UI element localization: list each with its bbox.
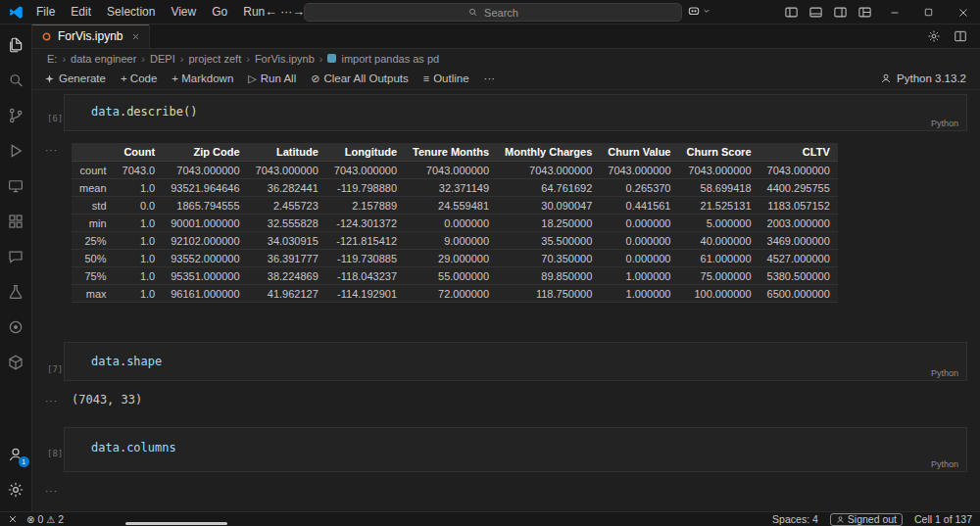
add-code-button[interactable]: + Code (121, 72, 157, 84)
table-cell: 3469.000000 (760, 232, 838, 250)
breadcrumb-drive[interactable]: E: (47, 53, 57, 65)
close-window-button[interactable] (946, 0, 980, 24)
table-cell: 36.391777 (248, 250, 326, 267)
search-input[interactable]: Search (304, 3, 682, 22)
table-cell: 24.559481 (405, 197, 497, 215)
menu-edit[interactable]: Edit (63, 3, 99, 21)
search-sidebar-icon[interactable] (0, 63, 32, 98)
tab-label: ForVis.ipynb (58, 29, 122, 43)
table-cell: 0.265370 (600, 179, 678, 197)
table-cell: 0.000000 (600, 215, 678, 232)
table-cell: 93552.000000 (163, 250, 247, 267)
code-line[interactable]: data.shape (65, 343, 966, 368)
code-cell-columns[interactable]: data.columns Python [8] (64, 427, 967, 472)
copilot-button[interactable] (687, 4, 710, 18)
signed-out-badge[interactable]: Signed out (830, 513, 903, 526)
table-cell: 7043.000000 (405, 162, 497, 179)
table-cell: 6500.000000 (760, 285, 838, 303)
table-cell: 96161.000000 (163, 285, 247, 303)
containers-icon[interactable] (0, 345, 32, 380)
accounts-icon[interactable]: 1 (0, 437, 32, 472)
toggle-panel-icon[interactable] (804, 0, 828, 24)
cell-language-label: Python (931, 459, 958, 469)
execution-count: [6] (47, 114, 63, 123)
outline-button[interactable]: ≡ Outline (423, 72, 469, 84)
table-cell: 7043.000000 (760, 162, 838, 179)
clear-outputs-icon: ⊘ (311, 72, 319, 85)
remote-indicator-icon[interactable] (8, 514, 18, 524)
jupyter-icon[interactable] (0, 310, 32, 345)
table-cell: 1.0 (115, 215, 164, 232)
table-cell: -119.730885 (326, 250, 405, 267)
extensions-icon[interactable] (0, 204, 32, 239)
generate-button[interactable]: Generate (44, 72, 106, 84)
notebook-toolbar: Generate + Code + Markdown ▷ Run All ⊘ C… (32, 68, 980, 90)
toolbar-more-icon[interactable]: ··· (484, 72, 496, 84)
table-cell: 0.000000 (600, 250, 678, 267)
row-label: min (72, 215, 115, 232)
split-editor-icon[interactable] (954, 29, 967, 43)
code-line[interactable]: data.describe() (65, 95, 966, 119)
table-cell: 1.000000 (600, 267, 678, 285)
table-cell: 7043.0 (115, 162, 164, 179)
menu-view[interactable]: View (163, 3, 204, 21)
output-options-icon[interactable]: ··· (45, 396, 58, 406)
menu-file[interactable]: File (28, 3, 63, 21)
table-cell: 32.555828 (248, 215, 326, 232)
source-control-icon[interactable] (0, 98, 32, 133)
menu-selection[interactable]: Selection (99, 3, 163, 21)
clear-all-outputs-button[interactable]: ⊘ Clear All Outputs (311, 72, 409, 85)
toggle-sidebar-icon[interactable] (779, 0, 804, 24)
tab-forvis-ipynb[interactable]: ForVis.ipynb (32, 24, 150, 48)
menu-go[interactable]: Go (204, 3, 235, 21)
table-cell: 75.000000 (679, 267, 760, 285)
table-cell: 7043.000000 (163, 162, 247, 179)
spaces-indicator[interactable]: Spaces: 4 (772, 513, 818, 525)
notebook-settings-gear-icon[interactable] (927, 29, 941, 43)
outline-label: Outline (433, 72, 468, 84)
output-options-icon[interactable]: ··· (45, 145, 58, 156)
table-cell: 1.0 (115, 267, 164, 285)
settings-gear-icon[interactable] (0, 472, 32, 507)
breadcrumb-cell-symbol[interactable]: import pandas as pd (341, 53, 439, 65)
code-line[interactable]: data.columns (65, 428, 966, 454)
tab-close-icon[interactable] (131, 32, 140, 41)
explorer-icon[interactable] (0, 27, 32, 63)
breadcrumb-folder-depi[interactable]: DEPI (150, 53, 175, 65)
chat-icon[interactable] (0, 239, 32, 274)
vscode-logo-icon (9, 5, 24, 20)
title-bar: File Edit Selection View Go Run ··· ← → … (0, 0, 980, 24)
breadcrumb-folder-project-zeft[interactable]: project zeft (188, 53, 241, 65)
maximize-button[interactable] (911, 0, 946, 24)
table-cell: 70.350000 (497, 250, 600, 267)
columns-output: Index(['CustomerID', 'Count', 'Country',… (72, 483, 574, 511)
add-markdown-button[interactable]: + Markdown (172, 72, 233, 84)
run-debug-icon[interactable] (0, 133, 32, 168)
code-cell-describe[interactable]: data.describe() Python [6] (64, 94, 967, 131)
table-cell: -119.798880 (326, 179, 405, 197)
cell-position-indicator[interactable]: Cell 1 of 137 (914, 513, 972, 525)
kernel-picker-button[interactable]: Python 3.13.2 (880, 72, 980, 84)
output-options-icon[interactable]: ··· (45, 486, 58, 497)
back-icon[interactable]: ← (265, 4, 277, 19)
horizontal-scrollbar-thumb[interactable] (125, 522, 227, 525)
table-row: 75%1.095351.00000038.224869-118.04323755… (72, 267, 838, 285)
table-cell: 1.000000 (600, 285, 678, 303)
minimize-button[interactable] (877, 0, 911, 24)
breadcrumb-folder-data-engineer[interactable]: data engineer (71, 53, 136, 65)
account-status-icon (836, 515, 845, 524)
notebook-file-icon (41, 31, 52, 42)
code-cell-shape[interactable]: data.shape Python [7] (64, 342, 967, 381)
row-label: std (72, 197, 115, 215)
table-cell: 7043.000000 (679, 162, 760, 179)
table-cell: 1.0 (115, 232, 164, 250)
account-notification-badge: 1 (19, 456, 29, 467)
customize-layout-icon[interactable] (853, 0, 877, 24)
breadcrumb-file[interactable]: ForVis.ipynb (255, 53, 315, 65)
testing-icon[interactable] (0, 274, 32, 310)
toggle-secondary-sidebar-icon[interactable] (828, 0, 853, 24)
problems-indicator[interactable]: ⊗ 0 ⚠ 2 (26, 513, 64, 525)
run-all-button[interactable]: ▷ Run All (248, 72, 296, 85)
table-cell: 30.090047 (497, 197, 600, 215)
remote-explorer-icon[interactable] (0, 168, 32, 204)
